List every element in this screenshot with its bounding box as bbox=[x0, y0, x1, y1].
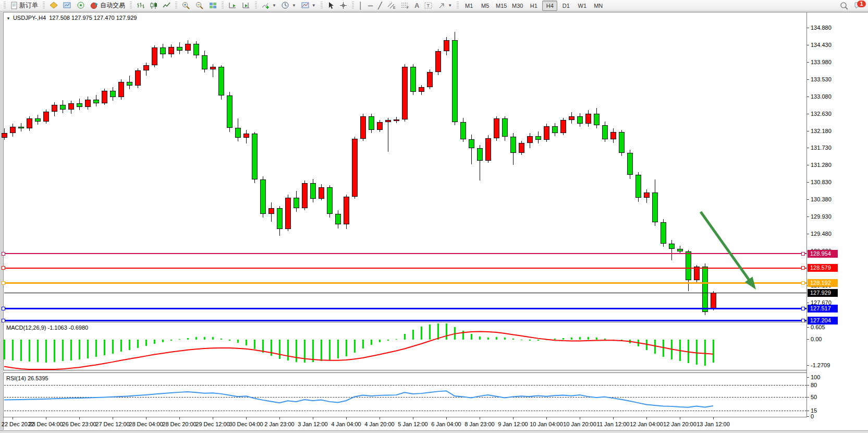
equidistant-channel-button[interactable]: E bbox=[385, 0, 398, 11]
timeframe-button-D1[interactable]: D1 bbox=[558, 1, 573, 11]
market-watch-button[interactable] bbox=[47, 0, 60, 11]
toolbar-grip[interactable] bbox=[43, 2, 45, 9]
horizontal-price-line[interactable] bbox=[4, 320, 806, 321]
toolbar-grip[interactable] bbox=[4, 2, 6, 9]
macd-histogram-bar bbox=[162, 340, 164, 342]
line-left-marker[interactable] bbox=[2, 281, 5, 285]
chart-window[interactable] bbox=[3, 12, 868, 430]
toolbar-grip[interactable] bbox=[457, 2, 459, 9]
line-right-marker[interactable] bbox=[801, 281, 805, 285]
candle-up bbox=[243, 134, 249, 137]
macd-histogram-bar bbox=[229, 340, 230, 341]
main-macd-separator[interactable] bbox=[3, 322, 806, 322]
horizontal-price-line[interactable] bbox=[4, 293, 806, 293]
candle-up bbox=[360, 116, 366, 139]
macd-histogram-bar bbox=[613, 340, 614, 340]
time-axis-label: 28 Dec 04:00 bbox=[129, 421, 163, 427]
candle-down bbox=[193, 44, 199, 55]
toolbar-grip[interactable] bbox=[222, 2, 224, 9]
periods-button[interactable]: ▼ bbox=[279, 0, 299, 11]
line-right-marker[interactable] bbox=[801, 266, 805, 270]
data-window-button[interactable] bbox=[60, 0, 74, 11]
timeframe-button-MN[interactable]: MN bbox=[591, 1, 606, 11]
time-axis-label: 23 Dec 04:00 bbox=[29, 421, 63, 427]
line-left-marker[interactable] bbox=[2, 266, 5, 270]
horizontal-price-line[interactable] bbox=[4, 282, 806, 284]
macd-rsi-separator-bottom[interactable] bbox=[3, 372, 806, 373]
time-axis-label: 12 Jan 20:00 bbox=[663, 421, 696, 427]
timeframe-button-M30[interactable]: M30 bbox=[510, 1, 525, 11]
zoom-in-button[interactable] bbox=[179, 0, 193, 11]
toolbar-grip[interactable] bbox=[352, 2, 354, 9]
toolbar-grip[interactable] bbox=[255, 2, 257, 9]
macd-axis-label: 0.00 bbox=[811, 336, 822, 342]
candlestick-chart-button[interactable] bbox=[147, 0, 160, 11]
equidistant-channel-icon: E bbox=[387, 2, 396, 9]
time-axis-tick bbox=[246, 417, 247, 419]
timeframe-button-M15[interactable]: M15 bbox=[494, 1, 509, 11]
vertical-line-button[interactable]: │ bbox=[356, 0, 365, 11]
signals-button[interactable] bbox=[74, 0, 88, 11]
macd-histogram-bar bbox=[246, 340, 247, 345]
timeframe-button-M1[interactable]: M1 bbox=[461, 1, 476, 11]
zoom-out-button[interactable] bbox=[193, 0, 206, 11]
line-right-marker[interactable] bbox=[801, 307, 805, 310]
cursor-button[interactable] bbox=[325, 0, 337, 11]
line-right-marker[interactable] bbox=[801, 252, 805, 256]
timeframe-button-H4[interactable]: H4 bbox=[542, 1, 557, 11]
rsi-axis-label: 50 bbox=[811, 394, 817, 400]
time-axis-label: 10 Jan 20:00 bbox=[563, 421, 596, 427]
timeframe-button-H1[interactable]: H1 bbox=[526, 1, 541, 11]
tile-windows-button[interactable] bbox=[206, 0, 219, 11]
horizontal-price-line[interactable] bbox=[4, 308, 806, 309]
timeframe-button-W1[interactable]: W1 bbox=[574, 1, 590, 11]
search-button[interactable] bbox=[837, 0, 851, 11]
candle-down bbox=[60, 105, 66, 110]
timeframe-button-M5[interactable]: M5 bbox=[478, 1, 493, 11]
auto-scroll-icon bbox=[228, 2, 237, 9]
horizontal-price-line[interactable] bbox=[4, 268, 806, 269]
macd-histogram-bar bbox=[504, 338, 506, 340]
candle-down bbox=[177, 47, 182, 51]
text-button[interactable]: A bbox=[412, 0, 422, 11]
line-left-marker[interactable] bbox=[2, 252, 5, 256]
templates-button[interactable]: ▼ bbox=[299, 0, 319, 11]
toolbar-grip[interactable] bbox=[321, 2, 323, 9]
text-label-button[interactable]: T bbox=[422, 0, 435, 11]
fibonacci-button[interactable]: F bbox=[398, 0, 412, 11]
candle-down bbox=[510, 137, 516, 153]
macd-histogram-bar bbox=[479, 336, 481, 340]
collapse-triangle-icon[interactable]: ▼ bbox=[6, 16, 10, 21]
chart-shift-button[interactable] bbox=[239, 0, 253, 11]
new-order-button[interactable]: 新订单 bbox=[8, 0, 41, 11]
horizontal-line-button[interactable]: ─ bbox=[365, 0, 375, 11]
candle-up bbox=[419, 87, 424, 92]
candle-down bbox=[661, 222, 666, 244]
toolbar-grip[interactable] bbox=[175, 2, 177, 9]
notification-badge[interactable]: 1 bbox=[857, 1, 866, 7]
candle-up bbox=[210, 67, 216, 69]
crosshair-button[interactable] bbox=[337, 0, 350, 11]
timeframe-group: M1M5M15M30H1H4D1W1MN bbox=[461, 1, 606, 11]
macd-histogram-bar bbox=[104, 340, 105, 355]
candle-down bbox=[602, 125, 608, 139]
candle-up bbox=[85, 100, 91, 107]
autotrade-button[interactable]: 自动交易 bbox=[88, 0, 128, 11]
candle-down bbox=[577, 116, 583, 124]
candle-up bbox=[377, 122, 383, 130]
rsi-axis-label: 0 bbox=[811, 413, 814, 419]
bar-chart-button[interactable] bbox=[134, 0, 147, 11]
chevron-down-icon: ▼ bbox=[448, 3, 452, 8]
macd-histogram-bar bbox=[437, 323, 439, 340]
candle-wick bbox=[213, 64, 213, 77]
auto-scroll-button[interactable] bbox=[226, 0, 239, 11]
toolbar-grip[interactable] bbox=[130, 2, 132, 9]
arrows-tool-button[interactable]: ▼ bbox=[435, 0, 455, 11]
indicators-button[interactable]: ▼ bbox=[259, 0, 279, 11]
trendline-button[interactable]: ╱ bbox=[375, 0, 385, 11]
horizontal-price-line[interactable] bbox=[4, 253, 806, 254]
price-axis-tick bbox=[807, 199, 809, 200]
line-chart-button[interactable] bbox=[160, 0, 173, 11]
line-left-marker[interactable] bbox=[2, 307, 5, 310]
macd-histogram-bar bbox=[329, 340, 331, 360]
